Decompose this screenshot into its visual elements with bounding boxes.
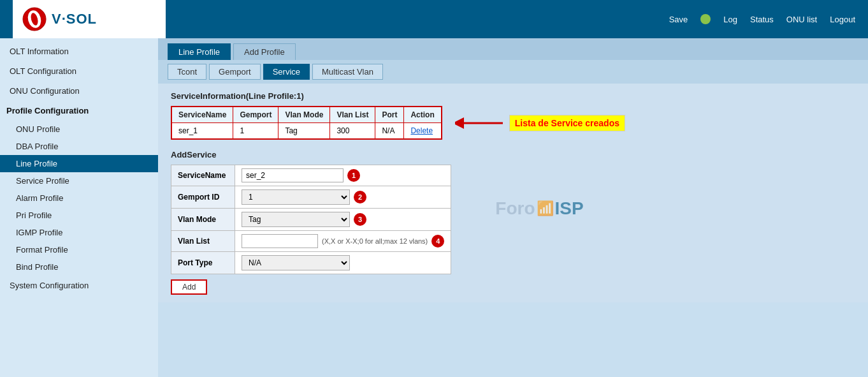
tab-multicast-vlan[interactable]: Multicast Vlan	[312, 64, 383, 80]
onu-list-link[interactable]: ONU list	[786, 15, 817, 24]
arrow-icon	[455, 114, 506, 133]
input-cell-vlan-list: (X,X or X-X;0 for all;max 12 vlans) 4	[235, 231, 451, 252]
sidebar-sub-format-profile[interactable]: Format Profile	[0, 241, 158, 258]
delete-link[interactable]: Delete	[410, 126, 433, 135]
main-content: Line Profile Add Profile Tcont Gemport S…	[158, 38, 868, 377]
input-cell-port-type: N/A ETH POTS	[235, 252, 451, 274]
logo-text: V·SOL	[52, 11, 97, 27]
cell-port: N/A	[375, 123, 404, 140]
vlan-list-hint: (X,X or X-X;0 for all;max 12 vlans)	[322, 237, 428, 245]
sidebar-item-olt-info[interactable]: OLT Information	[0, 41, 158, 61]
watermark-wifi-icon: 📶	[537, 200, 554, 217]
gemport-id-select[interactable]: 1 2 3	[242, 189, 350, 205]
table-row: ser_1 1 Tag 300 N/A Delete	[171, 123, 442, 140]
header-right: Save Log Status ONU list Logout	[669, 14, 855, 24]
service-table: ServiceName Gemport Vlan Mode Vlan List …	[171, 106, 442, 140]
watermark-suffix: ISP	[555, 198, 584, 219]
sidebar-sub-line-profile[interactable]: Line Profile	[0, 155, 158, 172]
label-port-type: Port Type	[171, 252, 235, 274]
label-service-name: ServiceName	[171, 165, 235, 186]
label-vlan-list: Vlan List	[171, 231, 235, 252]
status-indicator	[700, 14, 711, 24]
sidebar-item-onu-config[interactable]: ONU Configuration	[0, 81, 158, 101]
sidebar-sub-alarm-profile[interactable]: Alarm Profile	[0, 189, 158, 207]
service-name-input[interactable]	[242, 168, 344, 182]
sidebar: OLT Information OLT Configuration ONU Co…	[0, 38, 158, 377]
cell-vlan-list: 300	[330, 123, 375, 140]
vsol-logo-icon	[22, 7, 47, 31]
sidebar-sub-dba-profile[interactable]: DBA Profile	[0, 138, 158, 155]
sidebar-sub-pri-profile[interactable]: Pri Profile	[0, 207, 158, 224]
tab-service[interactable]: Service	[263, 64, 310, 80]
watermark-prefix: Foro	[495, 198, 535, 219]
save-button[interactable]: Save	[669, 15, 688, 24]
add-service-form: ServiceName 1 Gemport ID 1	[171, 165, 451, 274]
log-link[interactable]: Log	[723, 15, 737, 24]
input-cell-vlan-mode: Tag Transparent Translation 3	[235, 209, 451, 231]
top-tabs: Line Profile Add Profile	[158, 38, 868, 60]
add-button[interactable]: Add	[171, 279, 207, 295]
sidebar-sub-service-profile[interactable]: Service Profile	[0, 172, 158, 189]
label-gemport-id: Gemport ID	[171, 186, 235, 209]
form-row-port-type: Port Type N/A ETH POTS	[171, 252, 451, 274]
sidebar-sub-onu-profile[interactable]: ONU Profile	[0, 121, 158, 138]
logo-area: V·SOL	[13, 0, 166, 38]
col-header-service-name: ServiceName	[171, 107, 233, 123]
col-header-vlan-mode: Vlan Mode	[278, 107, 330, 123]
sidebar-section-profile-config: Profile Configuration	[0, 101, 158, 121]
sub-tabs: Tcont Gemport Service Multicast Vlan	[158, 60, 868, 84]
tab-add-profile[interactable]: Add Profile	[233, 43, 296, 60]
col-header-vlan-list: Vlan List	[330, 107, 375, 123]
badge-1: 1	[347, 169, 360, 182]
sidebar-item-system-config[interactable]: System Configuration	[0, 276, 158, 295]
tab-gemport[interactable]: Gemport	[209, 64, 261, 80]
logout-link[interactable]: Logout	[830, 15, 855, 24]
form-row-service-name: ServiceName 1	[171, 165, 451, 186]
header: V·SOL Save Log Status ONU list Logout	[0, 0, 868, 38]
add-service-title: AddService	[171, 150, 855, 159]
annotation-text: Lista de Service creados	[509, 115, 625, 131]
service-info-title: ServiceInformation(Line Profile:1)	[171, 91, 855, 101]
input-cell-gemport-id: 1 2 3 2	[235, 186, 451, 209]
input-cell-service-name: 1	[235, 165, 451, 186]
badge-2: 2	[354, 191, 366, 203]
cell-gemport: 1	[233, 123, 278, 140]
vlan-mode-select[interactable]: Tag Transparent Translation	[242, 212, 350, 227]
col-header-gemport: Gemport	[233, 107, 278, 123]
cell-service-name: ser_1	[171, 123, 233, 140]
arrow-annotation: Lista de Service creados	[455, 114, 625, 133]
sidebar-sub-igmp-profile[interactable]: IGMP Profile	[0, 224, 158, 241]
tab-line-profile[interactable]: Line Profile	[168, 43, 231, 60]
port-type-select[interactable]: N/A ETH POTS	[242, 255, 350, 270]
badge-3: 3	[354, 213, 366, 226]
col-header-port: Port	[375, 107, 404, 123]
col-header-action: Action	[404, 107, 442, 123]
form-row-gemport-id: Gemport ID 1 2 3 2	[171, 186, 451, 209]
tab-tcont[interactable]: Tcont	[168, 64, 206, 80]
cell-vlan-mode: Tag	[278, 123, 330, 140]
label-vlan-mode: Vlan Mode	[171, 209, 235, 231]
layout: OLT Information OLT Configuration ONU Co…	[0, 38, 868, 377]
form-row-vlan-mode: Vlan Mode Tag Transparent Translation 3	[171, 209, 451, 231]
status-link[interactable]: Status	[750, 15, 774, 24]
sidebar-sub-bind-profile[interactable]: Bind Profile	[0, 258, 158, 276]
vlan-list-input[interactable]	[242, 234, 318, 248]
content-area: Foro 📶 ISP ServiceInformation(Line Profi…	[158, 84, 868, 302]
sidebar-item-olt-config[interactable]: OLT Configuration	[0, 61, 158, 81]
badge-4: 4	[431, 235, 444, 248]
cell-action: Delete	[404, 123, 442, 140]
form-row-vlan-list: Vlan List (X,X or X-X;0 for all;max 12 v…	[171, 231, 451, 252]
watermark: Foro 📶 ISP	[495, 198, 583, 219]
